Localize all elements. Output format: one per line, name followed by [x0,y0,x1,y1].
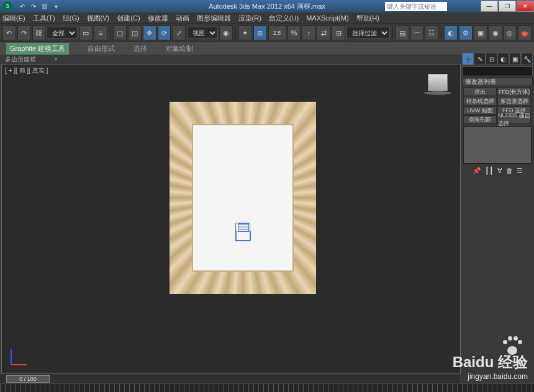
mirror-button[interactable]: ⇄ [317,25,330,40]
modifier-uvw-map[interactable]: UVW 贴图 [463,106,497,115]
menu-bar: 编辑(E) 工具(T) 组(G) 视图(V) 创建(C) 修改器 动画 图形编辑… [0,12,534,24]
ribbon-panel: 多边形建模 ▾ [0,55,534,64]
percent-snap-button[interactable]: % [287,25,301,40]
menu-customize[interactable]: 自定义(U) [269,14,299,23]
manipulate-button[interactable]: ✦ [238,25,252,40]
select-by-name-button[interactable]: ≡ [94,25,107,40]
ref-coord-system[interactable]: 视图 [187,27,218,39]
tab-graphite-modeling[interactable]: Graphite 建模工具 [6,43,69,55]
menu-graph-editors[interactable]: 图形编辑器 [197,14,231,23]
select-button[interactable]: ▢ [113,25,127,40]
ribbon-tabs: Graphite 建模工具 自由形式 选择 对象绘制 [0,42,534,55]
quick-access-toolbar: ↶ ↷ ⛓ ▾ [17,1,61,11]
remove-modifier-icon[interactable]: 🗑 [506,167,513,174]
app-icon[interactable]: 3 [2,1,12,11]
undo-button[interactable]: ↶ [2,25,16,40]
modifier-ffd-box[interactable]: FFD(长方体) [497,87,531,96]
selection-filter[interactable]: 全部 [47,27,78,39]
modifier-extrude[interactable]: 挤出 [463,87,497,96]
teapot-icon[interactable]: 🫖 [518,25,532,40]
separator [110,27,111,39]
tab-modify[interactable]: ✎ [474,53,486,65]
frame-indicator[interactable]: 0 / 100 [6,375,50,383]
help-search-input[interactable] [385,2,447,11]
modifier-poly-select[interactable]: 多边形选择 [497,97,531,105]
tab-utilities[interactable]: 🔧 [521,53,533,65]
undo-icon[interactable]: ↶ [17,1,27,11]
snap-toggle-button[interactable]: ⊞ [253,25,267,40]
select-object-button[interactable]: ▭ [79,25,93,40]
frame-border [170,102,316,294]
title-bar: 3 ↶ ↷ ⛓ ▾ Autodesk 3ds Max 2012 x64 画框.m… [0,0,534,12]
object-name-field[interactable] [462,66,533,76]
pin-stack-icon[interactable]: 📌 [473,167,481,175]
viewcube-base [424,91,451,95]
tab-selection[interactable]: 选择 [134,44,147,53]
tab-object-paint[interactable]: 对象绘制 [166,44,193,53]
modifier-spline-select[interactable]: 样条线选择 [463,97,497,105]
viewport[interactable]: [ + ][ 前 ][ 真实 ] [1,64,461,373]
menu-help[interactable]: 帮助(H) [356,14,379,23]
layer-manager-button[interactable]: ▤ [396,25,409,40]
link-icon[interactable]: ⛓ [40,1,50,11]
menu-edit[interactable]: 编辑(E) [2,14,25,23]
rendered-frame-button[interactable]: ▣ [474,25,487,40]
axis-gizmo [9,347,28,365]
align-button[interactable]: ⊟ [332,25,345,40]
modifier-nurbs-surf-select[interactable]: NURBS 曲面选择 [497,115,531,124]
curve-editor-button[interactable]: 〰 [410,25,424,40]
show-end-result-icon[interactable]: ┃┃ [485,167,494,175]
render-iterative-button[interactable]: ◎ [504,25,517,40]
scene-object-picture-frame[interactable] [170,102,316,294]
axis-x [11,364,27,365]
menu-rendering[interactable]: 渲染(R) [238,14,261,23]
modifier-bevel-profile[interactable]: 倒角剖面 [463,115,497,124]
configure-sets-icon[interactable]: ☰ [517,167,523,175]
move-button[interactable]: ✥ [143,25,156,40]
camera-gizmo[interactable] [235,223,250,241]
window-controls: — ❐ ✕ [480,1,534,12]
menu-maxscript[interactable]: MAXScript(M) [306,14,348,22]
rotate-button[interactable]: ⟳ [158,25,171,40]
render-setup-button[interactable]: ⚙ [459,25,473,40]
redo-icon[interactable]: ↷ [29,1,38,11]
maximize-button[interactable]: ❐ [499,1,516,12]
tab-hierarchy[interactable]: ⊟ [486,53,497,65]
menu-views[interactable]: 视图(V) [87,14,110,23]
minimize-button[interactable]: — [481,1,498,12]
spinner-snap-button[interactable]: ↕ [302,25,315,40]
menu-animation[interactable]: 动画 [176,14,189,23]
scale-button[interactable]: ⤢ [172,25,186,40]
track-bar[interactable] [0,383,534,392]
stack-tools: 📌 ┃┃ ∀ 🗑 ☰ [462,165,533,176]
close-button[interactable]: ✕ [517,1,534,12]
tab-display[interactable]: ▣ [509,53,521,65]
make-unique-icon[interactable]: ∀ [497,167,502,175]
modifier-list-rollout[interactable]: 修改器列表 [462,78,533,86]
tab-motion[interactable]: ◐ [497,53,509,65]
menu-create[interactable]: 创建(C) [117,14,140,23]
angle-snap-button[interactable]: 2.5 [268,25,286,40]
schematic-view-button[interactable]: ☷ [425,25,438,40]
window-crossing-button[interactable]: ◫ [128,25,142,40]
modifier-stack[interactable] [463,127,532,164]
watermark-brand: Baidu 经验 [453,352,528,372]
time-slider[interactable]: 0 / 100 [0,375,459,383]
render-production-button[interactable]: ◉ [489,25,502,40]
pivot-button[interactable]: ◉ [219,25,233,40]
link-button[interactable]: ⛓ [32,25,46,40]
ribbon-expand-icon[interactable]: ▾ [55,56,57,62]
menu-tools[interactable]: 工具(T) [33,14,55,23]
menu-modifiers[interactable]: 修改器 [148,14,168,23]
named-selection-sets[interactable]: 选择过滤 [346,27,390,39]
tab-create[interactable]: ➕ [462,53,474,65]
separator [392,27,393,39]
viewcube[interactable] [428,74,448,91]
material-editor-button[interactable]: ◐ [444,25,458,40]
tab-freeform[interactable]: 自由形式 [88,44,115,53]
redo-button[interactable]: ↷ [17,25,31,40]
viewport-label[interactable]: [ + ][ 前 ][ 真实 ] [5,66,48,75]
menu-group[interactable]: 组(G) [63,14,79,23]
qat-dropdown-icon[interactable]: ▾ [51,1,61,11]
modifier-buttons: 挤出 FFD(长方体) 样条线选择 多边形选择 UVW 贴图 FFD 选择 倒角… [462,86,533,125]
